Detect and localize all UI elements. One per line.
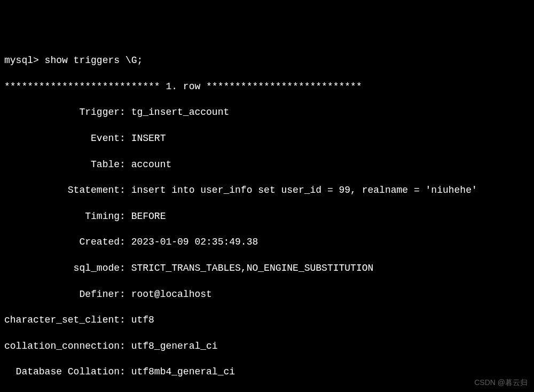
row1-sql-mode: sql_mode: STRICT_TRANS_TABLES,NO_ENGINE_…: [4, 262, 530, 275]
row-separator-1: *************************** 1. row *****…: [4, 80, 530, 93]
row1-table: Table: account: [4, 158, 530, 171]
row1-definer: Definer: root@localhost: [4, 288, 530, 301]
row1-trigger: Trigger: tg_insert_account: [4, 106, 530, 119]
row1-database-collation: Database Collation: utf8mb4_general_ci: [4, 365, 530, 378]
row1-statement: Statement: insert into user_info set use…: [4, 184, 530, 197]
row1-collation-connection: collation_connection: utf8_general_ci: [4, 340, 530, 352]
watermark-text: CSDN @暮云归: [474, 378, 528, 388]
mysql-prompt-line[interactable]: mysql> show triggers \G;: [4, 54, 530, 67]
row1-created: Created: 2023-01-09 02:35:49.38: [4, 236, 530, 248]
row1-charset-client: character_set_client: utf8: [4, 313, 530, 326]
row1-event: Event: INSERT: [4, 132, 530, 145]
row1-timing: Timing: BEFORE: [4, 210, 530, 223]
